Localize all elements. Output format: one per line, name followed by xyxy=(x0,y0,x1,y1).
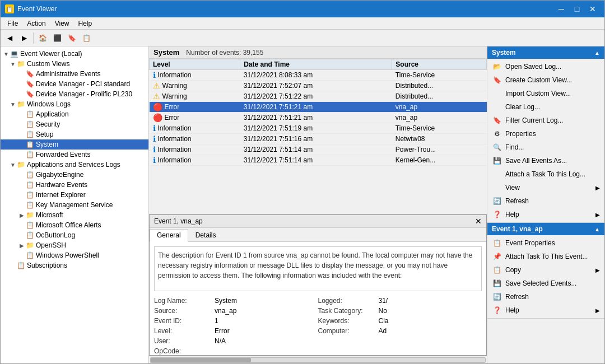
create-view-icon: 🔖 xyxy=(492,75,502,85)
refresh-event-label: Refresh xyxy=(505,293,529,301)
show-hide-button[interactable]: ⬛ xyxy=(50,31,64,45)
maximize-button[interactable]: □ xyxy=(570,3,584,15)
tree-item-ms-office[interactable]: 📋 Microsoft Office Alerts xyxy=(1,220,148,230)
table-row[interactable]: ℹInformation 31/12/2021 7:51:16 am Netwt… xyxy=(150,134,487,144)
tab-details[interactable]: Details xyxy=(188,229,224,241)
tree-item-device-prolific[interactable]: 🔖 Device Manager - Prolific PL230 xyxy=(1,89,148,99)
menu-view[interactable]: View xyxy=(50,18,74,29)
events-table-wrapper[interactable]: Level Date and Time Source ℹInformation … xyxy=(149,59,487,214)
logname-label: Log Name: xyxy=(154,297,210,305)
action-help-event[interactable]: ❓ Help ▶ xyxy=(487,304,604,317)
windows-logs-toggle[interactable]: ▼ xyxy=(10,101,16,108)
root-toggle[interactable]: ▼ xyxy=(3,51,10,57)
tab-general[interactable]: General xyxy=(150,229,188,242)
system-section-toggle[interactable]: ▲ xyxy=(594,50,600,56)
openssh-toggle[interactable]: ▶ xyxy=(18,242,25,249)
cell-datetime: 31/12/2021 7:51:14 am xyxy=(240,144,392,155)
tree-item-system[interactable]: 📋 System xyxy=(1,139,148,150)
tree-item-openssh[interactable]: ▶ 📁 OpenSSH xyxy=(1,240,148,250)
tree-panel: ▼ 💻 Event Viewer (Local) ▼ 📁 Custom View… xyxy=(1,46,149,363)
action-event-properties[interactable]: 📋 Event Properties xyxy=(487,236,604,250)
action-attach-task[interactable]: Attach a Task To this Log... xyxy=(487,167,604,181)
tree-item-custom-views[interactable]: ▼ 📁 Custom Views xyxy=(1,59,148,69)
up-button[interactable]: 🏠 xyxy=(36,31,49,45)
tree-item-subscriptions[interactable]: 📋 Subscriptions xyxy=(1,260,148,270)
table-row[interactable]: ℹInformation 31/12/2021 7:51:19 am Time-… xyxy=(150,123,487,134)
tree-item-device-pci[interactable]: 🔖 Device Manager - PCI standard xyxy=(1,79,148,89)
col-datetime[interactable]: Date and Time xyxy=(240,59,392,70)
microsoft-toggle[interactable]: ▶ xyxy=(18,212,25,218)
apps-services-toggle[interactable]: ▼ xyxy=(10,162,16,168)
menu-action[interactable]: Action xyxy=(22,18,50,29)
attach-task-label: Attach a Task To this Log... xyxy=(505,170,585,178)
action-save-selected[interactable]: 💾 Save Selected Events... xyxy=(487,277,604,290)
table-row[interactable]: ⚠Warning 31/12/2021 7:52:07 am Distribut… xyxy=(150,81,487,91)
tree-item-ocbuttonlog[interactable]: 📋 OcButtonLog xyxy=(1,230,148,240)
action-save-all[interactable]: 💾 Save All Events As... xyxy=(487,154,604,167)
table-row[interactable]: ℹInformation 31/12/2021 8:08:33 am Time-… xyxy=(150,70,487,81)
custom-views-toggle[interactable]: ▼ xyxy=(10,61,16,67)
event-detail-close-button[interactable]: ✕ xyxy=(475,217,482,226)
close-button[interactable]: ✕ xyxy=(585,3,600,15)
events-table: Level Date and Time Source ℹInformation … xyxy=(149,59,487,166)
action-create-custom-view[interactable]: 🔖 Create Custom View... xyxy=(487,73,604,87)
action-attach-task-event[interactable]: 📌 Attach Task To This Event... xyxy=(487,250,604,263)
tree-item-apps-services[interactable]: ▼ 📁 Applications and Services Logs xyxy=(1,160,148,170)
bottom-scroll-thumb[interactable] xyxy=(151,358,251,362)
tree-item-hardware[interactable]: 📋 Hardware Events xyxy=(1,180,148,190)
computer-label: Computer: xyxy=(318,327,374,335)
table-row[interactable]: 🔴Error 31/12/2021 7:51:21 am vna_ap xyxy=(150,113,487,123)
events-area: System Number of events: 39,155 Level Da… xyxy=(149,46,487,214)
action-view[interactable]: View ▶ xyxy=(487,181,604,194)
hardware-icon: 📋 xyxy=(25,180,34,189)
action-filter-log[interactable]: 🔖 Filter Current Log... xyxy=(487,114,604,127)
filter-button[interactable]: 🔖 xyxy=(65,31,78,45)
toolbar-separator-1 xyxy=(33,32,34,44)
event-section-toggle[interactable]: ▲ xyxy=(594,226,600,232)
action-import-custom-view[interactable]: Import Custom View... xyxy=(487,87,604,100)
table-row[interactable]: ℹInformation 31/12/2021 7:51:14 am Kerne… xyxy=(150,155,487,166)
error-icon: 🔴 xyxy=(153,113,162,122)
action-help-system[interactable]: ❓ Help ▶ xyxy=(487,208,604,221)
tree-item-key-mgmt[interactable]: 📋 Key Management Service xyxy=(1,200,148,210)
tree-item-powershell[interactable]: 📋 Windows PowerShell xyxy=(1,250,148,260)
cell-source: Kernel-Gen... xyxy=(392,155,487,166)
tree-item-microsoft[interactable]: ▶ 📁 Microsoft xyxy=(1,210,148,220)
opcode-label: OpCode: xyxy=(154,347,210,355)
level-text: Warning xyxy=(162,82,187,90)
tree-item-ie[interactable]: 📋 Internet Explorer xyxy=(1,190,148,200)
properties-button[interactable]: 📋 xyxy=(80,31,93,45)
menu-help[interactable]: Help xyxy=(74,18,97,29)
help-event-icon: ❓ xyxy=(492,305,502,315)
action-properties[interactable]: ⚙ Properties xyxy=(487,127,604,141)
menu-file[interactable]: File xyxy=(3,18,22,29)
table-row[interactable]: ℹInformation 31/12/2021 7:51:14 am Power… xyxy=(150,144,487,155)
action-refresh-system[interactable]: 🔄 Refresh xyxy=(487,194,604,208)
action-clear-log[interactable]: Clear Log... xyxy=(487,100,604,114)
tree-item-gigabyte[interactable]: 📋 GigabyteEngine xyxy=(1,170,148,180)
view-submenu-arrow: ▶ xyxy=(595,185,600,191)
bottom-scroll-track[interactable] xyxy=(150,357,486,363)
tree-item-admin-events[interactable]: 🔖 Administrative Events xyxy=(1,69,148,79)
cell-datetime: 31/12/2021 7:52:07 am xyxy=(240,81,392,91)
table-row[interactable]: ⚠Warning 31/12/2021 7:51:22 am Distribut… xyxy=(150,91,487,102)
cell-level: ℹInformation xyxy=(150,144,240,155)
level-text: Information xyxy=(158,124,192,132)
copy-label: Copy xyxy=(505,266,521,274)
tree-root[interactable]: ▼ 💻 Event Viewer (Local) xyxy=(1,49,148,59)
tree-item-application[interactable]: 📋 Application xyxy=(1,109,148,119)
tree-item-security[interactable]: 📋 Security xyxy=(1,119,148,129)
tree-item-windows-logs[interactable]: ▼ 📁 Windows Logs xyxy=(1,99,148,109)
col-source[interactable]: Source xyxy=(392,59,487,70)
table-row[interactable]: 🔴Error 31/12/2021 7:51:21 am vna_ap xyxy=(150,102,487,113)
action-refresh-event[interactable]: 🔄 Refresh xyxy=(487,290,604,304)
back-button[interactable]: ◀ xyxy=(3,31,16,45)
tree-item-setup[interactable]: 📋 Setup xyxy=(1,129,148,139)
action-open-saved-log[interactable]: 📂 Open Saved Log... xyxy=(487,60,604,73)
action-find[interactable]: 🔍 Find... xyxy=(487,141,604,154)
action-copy[interactable]: 📋 Copy ▶ xyxy=(487,263,604,277)
forward-button[interactable]: ▶ xyxy=(17,31,31,45)
minimize-button[interactable]: ─ xyxy=(554,3,569,15)
tree-item-forwarded[interactable]: 📋 Forwarded Events xyxy=(1,150,148,160)
col-level[interactable]: Level xyxy=(150,59,240,70)
